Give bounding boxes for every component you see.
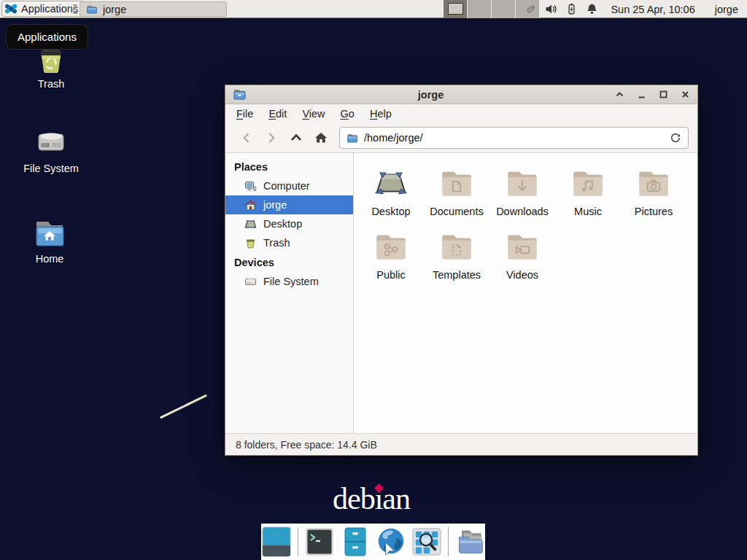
folder-icon	[86, 4, 98, 15]
desktop-icon	[244, 218, 257, 230]
file-label: Downloads	[496, 206, 549, 217]
workspace-2[interactable]	[468, 0, 492, 18]
home-icon	[244, 199, 257, 211]
toolbar: /home/jorge/	[225, 123, 697, 153]
videos-folder-icon	[504, 228, 541, 265]
public-folder-icon	[373, 228, 409, 265]
taskbar-window-button[interactable]: jorge	[80, 1, 227, 17]
desktop[interactable]: { "panel": { "applications_label": "Appl…	[0, 0, 747, 560]
taskbar-handle[interactable]	[73, 4, 77, 14]
top-panel: Applications jorge	[0, 0, 747, 18]
dock-separator	[298, 527, 298, 556]
volume-icon[interactable]	[545, 3, 557, 15]
dock-separator	[448, 527, 449, 556]
applications-tooltip: Applications	[6, 24, 88, 50]
sidebar-item-desktop[interactable]: Desktop	[225, 214, 353, 233]
file-label: Music	[574, 206, 602, 217]
task-button-label: jorge	[103, 4, 126, 15]
templates-folder-icon	[438, 228, 475, 265]
show-desktop-icon[interactable]	[262, 526, 291, 557]
file-item-desktop[interactable]: Desktop	[358, 165, 424, 217]
sidebar-header-devices: Devices	[225, 252, 353, 272]
workspace-3[interactable]	[492, 0, 516, 18]
terminal-icon[interactable]	[305, 526, 334, 557]
desktop-icon-file-system[interactable]: File System	[15, 124, 88, 174]
location-bar[interactable]: /home/jorge/	[339, 127, 689, 149]
menu-view[interactable]: View	[302, 108, 325, 120]
downloads-folder-icon	[504, 165, 541, 201]
file-item-templates[interactable]: Templates	[424, 228, 489, 281]
minimize-window-icon[interactable]	[637, 90, 646, 99]
web-browser-icon[interactable]	[376, 526, 406, 557]
applications-icon	[4, 2, 18, 15]
location-path: /home/jorge/	[364, 132, 423, 144]
menubar: File Edit View Go Help	[225, 104, 697, 123]
window-titlebar[interactable]: jorge	[225, 85, 697, 104]
file-view[interactable]: Desktop Documents	[354, 153, 697, 433]
applications-label: Applications	[21, 3, 78, 15]
window-content: Places Computer jorge	[225, 153, 697, 433]
statusbar-text: 8 folders, Free space: 14.4 GiB	[236, 439, 377, 451]
window-folder-icon	[233, 88, 247, 101]
sidebar-item-trash[interactable]: Trash	[225, 233, 353, 252]
desktop-icon-label: Home	[36, 253, 64, 265]
file-label: Templates	[433, 269, 481, 281]
debian-logo: debian	[333, 481, 410, 516]
file-item-downloads[interactable]: Downloads	[489, 165, 555, 217]
file-item-music[interactable]: Music	[555, 165, 621, 217]
file-label: Videos	[506, 269, 538, 281]
clock[interactable]: Sun 25 Apr, 10:06	[611, 4, 694, 15]
menu-file[interactable]: File	[236, 108, 253, 120]
desktop-special-icon	[373, 165, 409, 201]
forward-button[interactable]	[259, 127, 284, 149]
up-button[interactable]	[284, 127, 309, 149]
menu-help[interactable]: Help	[370, 108, 392, 120]
sidebar-item-label: jorge	[263, 199, 287, 211]
hard-drive-icon	[34, 124, 69, 159]
window-title: jorge	[247, 89, 615, 101]
sidebar-item-computer[interactable]: Computer	[225, 176, 353, 195]
dock	[261, 524, 485, 560]
desktop-icon-label: Trash	[38, 78, 65, 90]
sidebar-item-label: Trash	[263, 237, 290, 249]
workspace-1[interactable]	[444, 0, 468, 18]
close-window-icon[interactable]	[681, 90, 690, 99]
notifications-bell-icon[interactable]	[586, 3, 598, 15]
file-item-pictures[interactable]: Pictures	[621, 165, 686, 217]
file-cabinet-icon[interactable]	[341, 526, 370, 557]
home-folder-icon	[32, 217, 67, 249]
computer-icon	[244, 180, 257, 192]
statusbar: 8 folders, Free space: 14.4 GiB	[225, 433, 697, 455]
home-button[interactable]	[309, 127, 333, 149]
wallpaper-line	[160, 394, 207, 419]
sidebar-item-label: Computer	[263, 180, 310, 192]
sidebar-item-label: File System	[263, 276, 319, 287]
file-item-documents[interactable]: Documents	[424, 165, 489, 217]
network-icon[interactable]	[525, 3, 537, 15]
file-item-videos[interactable]: Videos	[489, 228, 555, 281]
back-button[interactable]	[234, 127, 259, 149]
desktop-icon-home[interactable]: Home	[13, 217, 86, 265]
menu-go[interactable]: Go	[341, 108, 355, 120]
menu-edit[interactable]: Edit	[268, 108, 287, 120]
reload-icon[interactable]	[670, 132, 681, 144]
battery-icon[interactable]	[565, 3, 578, 15]
user-actions-button[interactable]: jorge	[712, 4, 741, 15]
sidebar-item-jorge[interactable]: jorge	[225, 195, 353, 214]
sidebar: Places Computer jorge	[225, 153, 354, 433]
file-label: Pictures	[635, 206, 673, 217]
file-manager-folder-icon[interactable]	[455, 526, 484, 557]
desktop-icon-label: File System	[23, 163, 79, 174]
sidebar-item-file-system[interactable]: File System	[225, 272, 353, 291]
trash-icon	[244, 237, 257, 249]
app-finder-icon[interactable]	[412, 526, 441, 557]
system-tray: Sun 25 Apr, 10:06 jorge	[525, 0, 747, 18]
shade-window-icon[interactable]	[615, 90, 624, 99]
file-item-public[interactable]: Public	[358, 228, 424, 281]
music-folder-icon	[570, 165, 606, 201]
file-label: Documents	[430, 206, 483, 217]
pictures-folder-icon	[635, 165, 672, 201]
file-label: Desktop	[371, 206, 410, 217]
file-label: Public	[376, 269, 406, 281]
maximize-window-icon[interactable]	[659, 90, 668, 99]
